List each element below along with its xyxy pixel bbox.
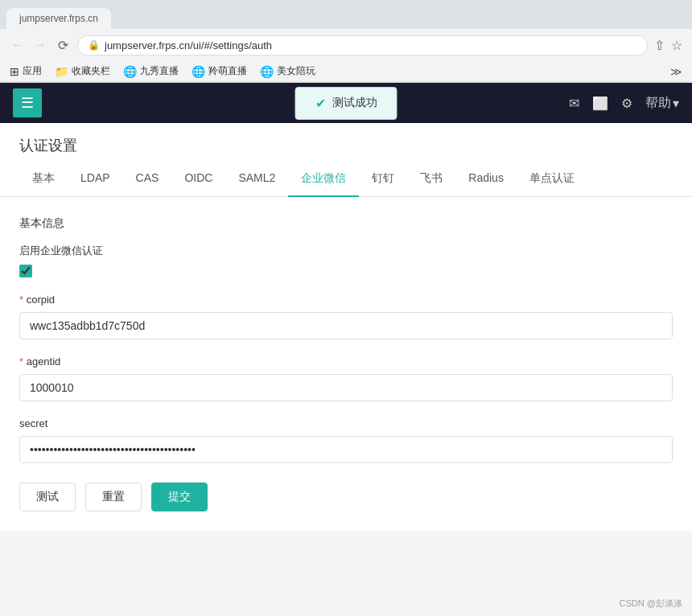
auth-tabs: 基本 LDAP CAS OIDC SAML2 企业微信 钉钉 飞书 Radius…	[0, 162, 692, 197]
share-icon[interactable]: ⇧	[654, 38, 665, 53]
bookmark-jiuxiu[interactable]: 🌐 九秀直播	[123, 64, 179, 78]
tab-weixin[interactable]: 企业微信	[288, 162, 359, 197]
agentid-group: agentid	[19, 355, 673, 401]
reset-button[interactable]: 重置	[85, 483, 142, 511]
submit-button[interactable]: 提交	[151, 483, 208, 511]
lock-icon: 🔒	[88, 39, 100, 51]
tab-sso[interactable]: 单点认证	[517, 162, 587, 197]
bookmark-favorites[interactable]: 📁 收藏夹栏	[55, 64, 110, 78]
settings-icon[interactable]: ⚙	[621, 96, 632, 111]
enable-checkbox[interactable]	[19, 265, 32, 277]
enable-checkbox-wrapper	[19, 265, 673, 277]
bookmark-meinv[interactable]: 🌐 美女陪玩	[260, 64, 315, 78]
browser-tab[interactable]: jumpserver.frps.cn	[6, 8, 111, 29]
bookmark-lingmeng[interactable]: 🌐 羚萌直播	[192, 64, 247, 78]
tab-dingtalk[interactable]: 钉钉	[359, 162, 407, 197]
secret-input[interactable]	[19, 436, 673, 463]
app-container: ☰ ✔ 测试成功 ✉ ⬜ ⚙ 帮助 ▾ 认证设置 基本 LDAP CAS OID…	[0, 83, 692, 616]
mail-icon[interactable]: ✉	[569, 96, 579, 111]
browser-tabs: jumpserver.frps.cn	[0, 0, 692, 29]
header-actions: ✉ ⬜ ⚙ 帮助 ▾	[569, 95, 679, 112]
agentid-label: agentid	[19, 355, 673, 368]
agentid-input[interactable]	[19, 374, 673, 401]
tab-feishu[interactable]: 飞书	[407, 162, 455, 197]
hamburger-icon: ☰	[21, 94, 34, 112]
monitor-icon[interactable]: ⬜	[592, 96, 608, 111]
reload-button[interactable]: ⟳	[55, 37, 71, 53]
corpid-label: corpid	[19, 294, 673, 306]
browser-toolbar: ← → ⟳ 🔒 jumpserver.frps.cn/ui/#/settings…	[0, 29, 692, 61]
tab-cas[interactable]: CAS	[123, 162, 172, 197]
corpid-input[interactable]	[19, 312, 673, 339]
success-icon: ✔	[315, 96, 326, 111]
corpid-group: corpid	[19, 294, 673, 339]
forward-button[interactable]: →	[32, 37, 48, 53]
enable-label: 启用企业微信认证	[19, 244, 673, 258]
bookmarks-bar: ⊞ 应用 📁 收藏夹栏 🌐 九秀直播 🌐 羚萌直播 🌐 美女陪玩 ≫	[0, 61, 692, 82]
section-title: 基本信息	[19, 216, 673, 231]
watermark: CSDN @彭涤涤	[620, 598, 682, 610]
tab-ldap[interactable]: LDAP	[68, 162, 123, 197]
app-header: ☰ ✔ 测试成功 ✉ ⬜ ⚙ 帮助 ▾	[0, 83, 692, 123]
enable-group: 启用企业微信认证	[19, 244, 673, 277]
chevron-down-icon: ▾	[673, 96, 679, 111]
form-actions: 测试 重置 提交	[19, 483, 673, 511]
secret-group: secret	[19, 417, 673, 463]
more-bookmarks[interactable]: ≫	[670, 65, 682, 78]
bookmark-icon[interactable]: ☆	[671, 38, 682, 53]
back-button[interactable]: ←	[10, 37, 26, 53]
page-title: 认证设置	[0, 123, 692, 162]
help-button[interactable]: 帮助 ▾	[645, 95, 679, 112]
toast-notification: ✔ 测试成功	[295, 87, 397, 120]
apps-icon[interactable]: ⊞ 应用	[10, 64, 42, 78]
browser-chrome: jumpserver.frps.cn ← → ⟳ 🔒 jumpserver.fr…	[0, 0, 692, 83]
tab-radius[interactable]: Radius	[455, 162, 517, 197]
toast-text: 测试成功	[332, 96, 377, 110]
tab-saml2[interactable]: SAML2	[225, 162, 288, 197]
url-text: jumpserver.frps.cn/ui/#/settings/auth	[105, 39, 272, 51]
toolbar-actions: ⇧ ☆	[654, 38, 682, 53]
page-content: 认证设置 基本 LDAP CAS OIDC SAML2 企业微信 钉钉 飞书 R…	[0, 123, 692, 531]
form-section: 基本信息 启用企业微信认证 corpid agentid secret	[0, 197, 692, 531]
address-bar[interactable]: 🔒 jumpserver.frps.cn/ui/#/settings/auth	[77, 35, 648, 55]
secret-label: secret	[19, 417, 673, 429]
tab-basic[interactable]: 基本	[19, 162, 68, 197]
tab-oidc[interactable]: OIDC	[171, 162, 225, 197]
menu-button[interactable]: ☰	[13, 88, 42, 117]
test-button[interactable]: 测试	[19, 483, 76, 511]
